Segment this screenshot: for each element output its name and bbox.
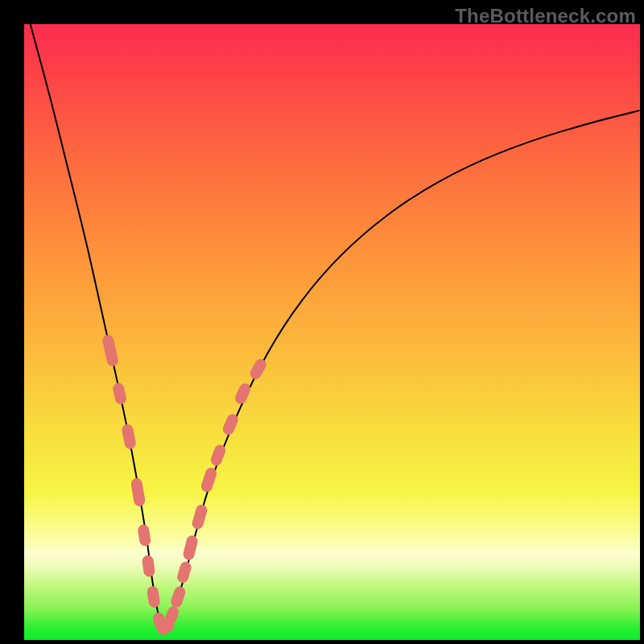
chart-svg <box>24 24 640 640</box>
curve-marker <box>112 382 127 406</box>
watermark-text: TheBottleneck.com <box>455 5 636 27</box>
curve-marker <box>200 466 218 493</box>
outer-frame: TheBottleneck.com <box>0 0 644 644</box>
curve-marker <box>248 357 268 381</box>
curve-marker <box>121 423 137 450</box>
curve-marker <box>176 560 193 584</box>
curve-marker <box>101 334 119 367</box>
curve-marker <box>142 555 155 577</box>
curve-marker <box>191 503 208 530</box>
curve-marker <box>130 477 147 507</box>
curve-marker <box>169 585 187 609</box>
marker-layer <box>101 334 268 637</box>
plot-area <box>24 24 640 640</box>
curve-marker <box>182 535 199 561</box>
bottleneck-curve <box>31 24 640 625</box>
curve-marker <box>137 524 151 547</box>
curve-marker <box>233 382 253 406</box>
curve-marker <box>147 585 161 608</box>
